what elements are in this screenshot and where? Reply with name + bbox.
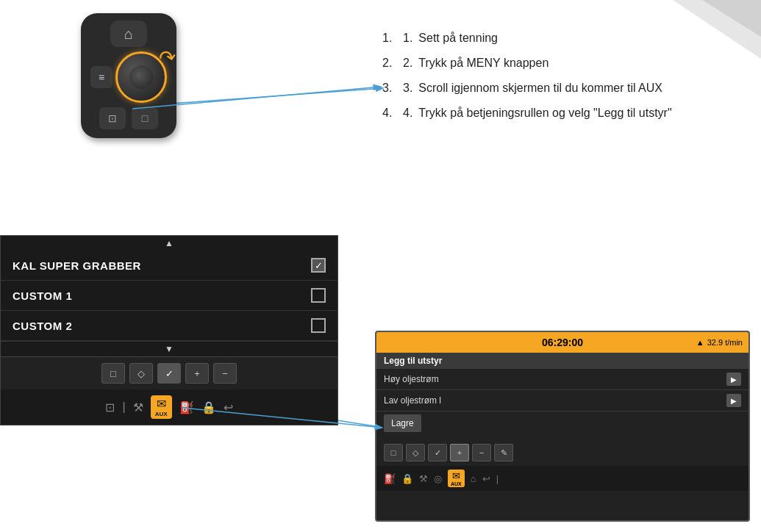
bottom-icon-copy: ⊡ xyxy=(105,400,115,414)
bottom-icon-back: ↩ xyxy=(224,400,233,414)
screen-title: Legg til utstyr xyxy=(376,353,749,369)
screen-bottom-circle: ◎ xyxy=(434,473,442,484)
menu-item-custom2-label: CUSTOM 2 xyxy=(12,320,72,332)
screen-bottom-divider: | xyxy=(496,473,499,484)
scroll-arrow-icon: ↷ xyxy=(157,44,177,71)
screen-list-item-2[interactable]: Lav oljestrøm l ▶ xyxy=(376,390,749,411)
menu-bottom-icons: ⊡ | ⚒ ✉ AUX ⛽ 🔒 ↩ xyxy=(1,389,337,425)
screen-bottom-icons: ⛽ 🔒 ⚒ ◎ ✉ AUX ⌂ ↩ | xyxy=(376,466,749,491)
book-icon: □ xyxy=(142,112,148,124)
screen-time: 06:29:00 xyxy=(542,337,583,348)
step-2-number: 2. xyxy=(403,54,412,72)
camera-button[interactable]: ⊡ xyxy=(99,107,126,129)
step-3-number: 3. xyxy=(403,79,412,97)
menu-item-kal-label: KAL SUPER GRABBER xyxy=(12,259,141,272)
screen-list-label-1: Høy oljestrøm xyxy=(384,374,439,384)
step-2: 2. Trykk på MENY knappen xyxy=(382,54,735,72)
bottom-icon-fuel: ⛽ xyxy=(179,400,194,414)
camera-icon: ⊡ xyxy=(108,112,117,124)
screen-bottom-back: ↩ xyxy=(482,473,490,484)
screen-list-item-1[interactable]: Høy oljestrøm ▶ xyxy=(376,369,749,390)
step-4-number: 4. xyxy=(403,104,412,122)
toolbar-check-button[interactable]: ✓ xyxy=(157,363,181,384)
screen-toolbar-copy[interactable]: □ xyxy=(384,444,403,461)
bottom-icon-tool: ⚒ xyxy=(133,400,143,414)
menu-item-custom2[interactable]: CUSTOM 2 xyxy=(1,311,337,341)
bottom-icon-divider: | xyxy=(122,400,125,414)
screen-list-label-2: Lav oljestrøm l xyxy=(384,395,441,406)
step-3-text: Scroll igjennom skjermen til du kommer t… xyxy=(418,79,662,97)
menu-item-custom2-checkbox[interactable] xyxy=(311,318,326,333)
scroll-wheel[interactable]: ↷ xyxy=(115,51,167,103)
step-3: 3. Scroll igjennom skjermen til du komme… xyxy=(382,79,735,97)
step-1: 1. Sett på tenning xyxy=(382,29,735,47)
menu-scroll-up[interactable]: ▲ xyxy=(1,236,337,251)
toolbar-remove-button[interactable]: − xyxy=(213,363,237,384)
step-2-text: Trykk på MENY knappen xyxy=(418,54,549,72)
screen-save-button[interactable]: Lagre xyxy=(384,414,421,432)
step-1-text: Sett på tenning xyxy=(418,29,498,47)
bottom-icon-lock: 🔒 xyxy=(201,400,216,414)
menu-scroll-down[interactable]: ▼ xyxy=(1,341,337,356)
toolbar-copy-button[interactable]: □ xyxy=(101,363,125,384)
step-4-text: Trykk på betjeningsrullen og velg "Legg … xyxy=(418,104,671,122)
screen-bottom-lock: 🔒 xyxy=(401,473,413,484)
screen-toolbar: □ ◇ ✓ + − ✎ xyxy=(376,439,749,466)
menu-toolbar: □ ◇ ✓ + − xyxy=(1,356,337,389)
signal-icon: ▲ xyxy=(696,338,704,347)
book-button[interactable]: □ xyxy=(132,107,158,129)
menu-item-custom1[interactable]: CUSTOM 1 xyxy=(1,281,337,311)
screen-toolbar-diamond[interactable]: ◇ xyxy=(406,444,425,461)
toolbar-add-button[interactable]: + xyxy=(185,363,209,384)
menu-item-kal-checkbox[interactable]: ✓ xyxy=(311,258,326,273)
screen-toolbar-check[interactable]: ✓ xyxy=(428,444,447,461)
menu-item-custom1-label: CUSTOM 1 xyxy=(12,290,72,302)
screen-bottom-fuel: ⛽ xyxy=(384,473,396,484)
screen-toolbar-minus[interactable]: − xyxy=(472,444,491,461)
screen-panel: 06:29:00 ▲ 32.9 t/min Legg til utstyr Hø… xyxy=(375,331,750,522)
toolbar-diamond-button[interactable]: ◇ xyxy=(129,363,153,384)
instructions: 1. Sett på tenning 2. Trykk på MENY knap… xyxy=(382,29,735,129)
screen-bottom-home: ⌂ xyxy=(471,473,476,484)
menu-panel: ▲ KAL SUPER GRABBER ✓ CUSTOM 1 CUSTOM 2 … xyxy=(0,235,338,425)
steps-list: 1. Sett på tenning 2. Trykk på MENY knap… xyxy=(382,29,735,122)
screen-arrow-btn-1[interactable]: ▶ xyxy=(726,373,741,386)
aux-icon[interactable]: ✉ AUX xyxy=(151,395,172,419)
step-1-number: 1. xyxy=(403,29,412,47)
menu-item-kal[interactable]: KAL SUPER GRABBER ✓ xyxy=(1,251,337,281)
menu-button[interactable]: ≡ xyxy=(90,66,112,88)
home-icon: ⌂ xyxy=(124,26,133,43)
screen-signal: ▲ 32.9 t/min xyxy=(696,338,743,347)
remote-control: ⌂ ≡ ↷ ⊡ □ xyxy=(81,13,176,138)
screen-aux-icon[interactable]: ✉ AUX xyxy=(448,470,465,487)
screen-bottom-tool: ⚒ xyxy=(419,473,428,484)
screen-header: 06:29:00 ▲ 32.9 t/min xyxy=(376,332,749,353)
signal-value: 32.9 t/min xyxy=(707,338,743,347)
home-button[interactable]: ⌂ xyxy=(110,21,147,47)
screen-toolbar-plus[interactable]: + xyxy=(450,444,469,461)
menu-icon: ≡ xyxy=(99,71,104,83)
screen-arrow-btn-2[interactable]: ▶ xyxy=(726,394,741,407)
step-4: 4. Trykk på betjeningsrullen og velg "Le… xyxy=(382,104,735,122)
menu-item-custom1-checkbox[interactable] xyxy=(311,288,326,303)
screen-toolbar-edit[interactable]: ✎ xyxy=(494,444,513,461)
